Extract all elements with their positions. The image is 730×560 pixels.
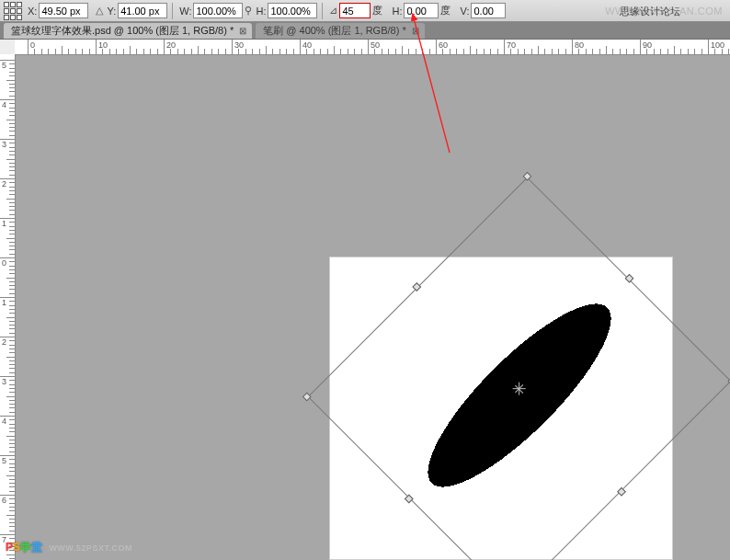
link-constrain-icon[interactable]: ⚲ bbox=[245, 5, 252, 17]
tab-label: 篮球纹理字体效果.psd @ 100% (图层 1, RGB/8) * bbox=[11, 24, 234, 38]
workspace: 0102030405060708090100 5432101234567 bbox=[0, 40, 730, 560]
footer-url: WWW.52PSXT.COM bbox=[49, 543, 132, 553]
y-label: Y: bbox=[107, 6, 116, 17]
w-label: W: bbox=[179, 6, 191, 17]
y-input[interactable] bbox=[118, 3, 167, 18]
site-watermark: WWW.MISSYUAN.COM bbox=[605, 6, 723, 17]
horizontal-ruler[interactable]: 0102030405060708090100 bbox=[15, 40, 730, 55]
x-label: X: bbox=[28, 6, 37, 17]
reference-point-grid-icon[interactable] bbox=[4, 2, 22, 20]
document-canvas[interactable] bbox=[330, 257, 672, 559]
handle-s[interactable] bbox=[617, 487, 626, 497]
separator bbox=[322, 3, 323, 19]
document-tab-strip: 篮球纹理字体效果.psd @ 100% (图层 1, RGB/8) * ⊠ 笔刷… bbox=[0, 22, 730, 40]
triangle-icon: △ bbox=[96, 5, 103, 17]
ruler-corner bbox=[0, 40, 16, 55]
transform-bounding-box[interactable] bbox=[307, 177, 730, 560]
document-tab-active[interactable]: 篮球纹理字体效果.psd @ 100% (图层 1, RGB/8) * ⊠ bbox=[4, 23, 252, 39]
h-skew-label: H: bbox=[392, 6, 402, 17]
separator bbox=[172, 3, 173, 19]
h-skew-input[interactable] bbox=[404, 3, 439, 18]
canvas-area[interactable] bbox=[15, 54, 730, 560]
x-input[interactable] bbox=[39, 3, 88, 18]
vertical-ruler[interactable]: 5432101234567 bbox=[0, 54, 16, 560]
w-input[interactable] bbox=[193, 3, 243, 18]
angle-icon: ⊿ bbox=[329, 5, 337, 17]
rotation-angle-input[interactable] bbox=[339, 3, 371, 18]
h-input[interactable] bbox=[268, 3, 317, 18]
v-skew-input[interactable] bbox=[471, 3, 506, 18]
tab-label: 笔刷 @ 400% (图层 1, RGB/8) * bbox=[263, 24, 405, 38]
h-skew-unit: 度 bbox=[440, 4, 451, 17]
close-icon[interactable]: ⊠ bbox=[239, 26, 246, 36]
h-label: H: bbox=[256, 6, 266, 17]
angle-unit: 度 bbox=[372, 4, 382, 17]
footer-watermark: PS学堂 WWW.52PSXT.COM bbox=[6, 540, 132, 555]
transform-options-toolbar: X: △ Y: W: ⚲ H: ⊿ 度 H: 度 V: WWW.MISSYUAN… bbox=[0, 0, 730, 22]
document-tab[interactable]: 笔刷 @ 400% (图层 1, RGB/8) * ⊠ bbox=[256, 23, 424, 39]
v-skew-label: V: bbox=[460, 6, 469, 17]
close-icon[interactable]: ⊠ bbox=[412, 26, 419, 36]
